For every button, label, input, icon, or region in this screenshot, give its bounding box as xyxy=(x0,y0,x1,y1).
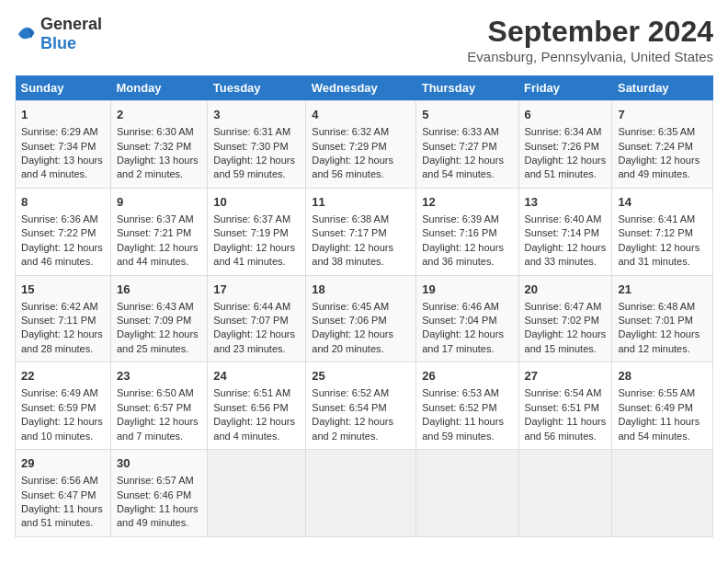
calendar-table: Sunday Monday Tuesday Wednesday Thursday… xyxy=(15,75,713,537)
header-sunday: Sunday xyxy=(16,75,111,101)
day-14: 14 Sunrise: 6:41 AMSunset: 7:12 PMDaylig… xyxy=(612,188,713,275)
day-29: 29 Sunrise: 6:56 AMSunset: 6:47 PMDaylig… xyxy=(16,450,111,537)
day-10: 10 Sunrise: 6:37 AMSunset: 7:19 PMDaylig… xyxy=(208,188,306,275)
day-5-text: Sunrise: 6:33 AMSunset: 7:27 PMDaylight:… xyxy=(422,126,504,179)
header-tuesday: Tuesday xyxy=(208,75,306,101)
empty-cell xyxy=(518,450,612,537)
day-26: 26 Sunrise: 6:53 AMSunset: 6:52 PMDaylig… xyxy=(416,362,518,450)
day-3-text: Sunrise: 6:31 AMSunset: 7:30 PMDaylight:… xyxy=(213,126,295,179)
page-title: September 2024 xyxy=(467,15,713,49)
logo-text: General Blue xyxy=(40,15,102,53)
day-11: 11 Sunrise: 6:38 AMSunset: 7:17 PMDaylig… xyxy=(306,188,416,275)
day-6-text: Sunrise: 6:34 AMSunset: 7:26 PMDaylight:… xyxy=(525,126,607,179)
day-9: 9 Sunrise: 6:37 AMSunset: 7:21 PMDayligh… xyxy=(110,188,207,275)
header-thursday: Thursday xyxy=(416,75,518,101)
day-28: 28 Sunrise: 6:55 AMSunset: 6:49 PMDaylig… xyxy=(612,362,713,450)
day-4-text: Sunrise: 6:32 AMSunset: 7:29 PMDaylight:… xyxy=(312,126,393,179)
page-header: General Blue September 2024 Evansburg, P… xyxy=(15,15,713,64)
calendar-week-4: 22 Sunrise: 6:49 AMSunset: 6:59 PMDaylig… xyxy=(16,362,713,450)
day-22: 22 Sunrise: 6:49 AMSunset: 6:59 PMDaylig… xyxy=(16,362,111,450)
day-1: 1 Sunrise: 6:29 AMSunset: 7:34 PMDayligh… xyxy=(16,101,111,189)
empty-cell xyxy=(306,450,416,537)
day-18: 18 Sunrise: 6:45 AMSunset: 7:06 PMDaylig… xyxy=(306,275,416,362)
calendar-week-2: 8 Sunrise: 6:36 AMSunset: 7:22 PMDayligh… xyxy=(16,188,713,275)
header-saturday: Saturday xyxy=(612,75,713,101)
header-monday: Monday xyxy=(110,75,207,101)
day-23: 23 Sunrise: 6:50 AMSunset: 6:57 PMDaylig… xyxy=(110,362,207,450)
day-7-text: Sunrise: 6:35 AMSunset: 7:24 PMDaylight:… xyxy=(618,126,700,179)
day-25: 25 Sunrise: 6:52 AMSunset: 6:54 PMDaylig… xyxy=(306,362,416,450)
day-21: 21 Sunrise: 6:48 AMSunset: 7:01 PMDaylig… xyxy=(612,275,713,362)
header-wednesday: Wednesday xyxy=(306,75,416,101)
day-2: 2 Sunrise: 6:30 AMSunset: 7:32 PMDayligh… xyxy=(110,101,207,189)
day-2-text: Sunrise: 6:30 AMSunset: 7:32 PMDaylight:… xyxy=(117,126,199,179)
day-12: 12 Sunrise: 6:39 AMSunset: 7:16 PMDaylig… xyxy=(416,188,518,275)
day-20: 20 Sunrise: 6:47 AMSunset: 7:02 PMDaylig… xyxy=(518,275,612,362)
page-subtitle: Evansburg, Pennsylvania, United States xyxy=(467,49,713,64)
logo: General Blue xyxy=(15,15,102,53)
day-1-text: Sunrise: 6:29 AMSunset: 7:34 PMDaylight:… xyxy=(21,126,103,179)
day-6: 6 Sunrise: 6:34 AMSunset: 7:26 PMDayligh… xyxy=(518,101,612,189)
empty-cell xyxy=(208,450,306,537)
day-19: 19 Sunrise: 6:46 AMSunset: 7:04 PMDaylig… xyxy=(416,275,518,362)
day-13: 13 Sunrise: 6:40 AMSunset: 7:14 PMDaylig… xyxy=(518,188,612,275)
day-8: 8 Sunrise: 6:36 AMSunset: 7:22 PMDayligh… xyxy=(16,188,111,275)
calendar-week-3: 15 Sunrise: 6:42 AMSunset: 7:11 PMDaylig… xyxy=(16,275,713,362)
day-4: 4 Sunrise: 6:32 AMSunset: 7:29 PMDayligh… xyxy=(306,101,416,189)
day-30: 30 Sunrise: 6:57 AMSunset: 6:46 PMDaylig… xyxy=(110,450,207,537)
day-3: 3 Sunrise: 6:31 AMSunset: 7:30 PMDayligh… xyxy=(208,101,306,189)
calendar-week-5: 29 Sunrise: 6:56 AMSunset: 6:47 PMDaylig… xyxy=(16,450,713,537)
day-16: 16 Sunrise: 6:43 AMSunset: 7:09 PMDaylig… xyxy=(110,275,207,362)
day-5: 5 Sunrise: 6:33 AMSunset: 7:27 PMDayligh… xyxy=(416,101,518,189)
calendar-header-row: Sunday Monday Tuesday Wednesday Thursday… xyxy=(16,75,713,101)
day-24: 24 Sunrise: 6:51 AMSunset: 6:56 PMDaylig… xyxy=(208,362,306,450)
title-block: September 2024 Evansburg, Pennsylvania, … xyxy=(467,15,713,64)
calendar-week-1: 1 Sunrise: 6:29 AMSunset: 7:34 PMDayligh… xyxy=(16,101,713,189)
header-friday: Friday xyxy=(518,75,612,101)
day-27: 27 Sunrise: 6:54 AMSunset: 6:51 PMDaylig… xyxy=(518,362,612,450)
day-15: 15 Sunrise: 6:42 AMSunset: 7:11 PMDaylig… xyxy=(16,275,111,362)
logo-icon xyxy=(15,23,37,45)
day-7: 7 Sunrise: 6:35 AMSunset: 7:24 PMDayligh… xyxy=(612,101,713,189)
empty-cell xyxy=(612,450,713,537)
day-17: 17 Sunrise: 6:44 AMSunset: 7:07 PMDaylig… xyxy=(208,275,306,362)
empty-cell xyxy=(416,450,518,537)
